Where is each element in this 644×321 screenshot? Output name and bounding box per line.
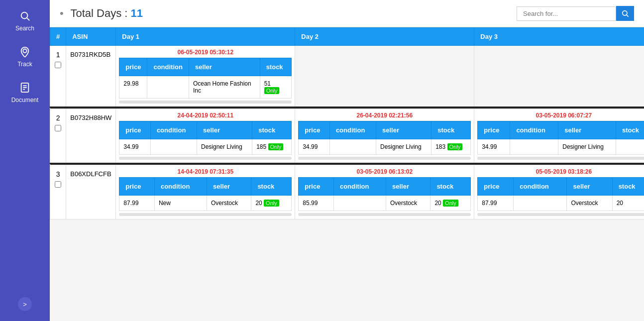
inner-table: priceconditionsellerstock34.99Designer L…: [298, 121, 471, 155]
search-icon: [18, 9, 32, 23]
inner-col-condition: condition: [329, 121, 376, 139]
cell-stock: 20 Only: [430, 196, 471, 211]
sidebar-track-label: Track: [17, 61, 32, 68]
cell-price: 34.99: [119, 139, 151, 155]
inner-col-stock: stock: [260, 58, 292, 76]
stock-only-badge: Only: [447, 143, 463, 150]
col-header-day3: Day 3: [474, 28, 644, 46]
row-number: 2: [50, 109, 66, 164]
cell-stock: 183 Only: [431, 139, 471, 155]
row-day-3: 05-05-2019 03:18:26priceconditionsellers…: [474, 165, 644, 219]
table-row: 3B06XDLFCFB14-04-2019 07:31:35pricecondi…: [50, 165, 644, 219]
row-day-3: [474, 46, 644, 107]
day-timestamp: 06-05-2019 05:30:12: [119, 49, 292, 56]
sidebar-item-search[interactable]: Search: [0, 5, 50, 36]
cell-stock: 185 Only: [252, 139, 292, 155]
cell-condition: [147, 76, 189, 99]
cell-seller: Designer Living: [197, 139, 252, 155]
cell-stock: 20: [612, 196, 644, 211]
inner-table: priceconditionsellerstock29.98Ocean Home…: [119, 58, 292, 99]
cell-price: 29.98: [119, 76, 147, 99]
table-row: 1B0731RKD5B06-05-2019 05:30:12pricecondi…: [50, 46, 644, 107]
inner-col-seller: seller: [207, 178, 251, 196]
col-header-hash: #: [50, 28, 66, 46]
day-timestamp: 14-04-2019 07:31:35: [119, 168, 292, 175]
inner-col-price: price: [478, 121, 510, 139]
table-area: # ASIN Day 1 Day 2 Day 3 1B0731RKD5B06-0…: [50, 27, 644, 321]
table-header-row: # ASIN Day 1 Day 2 Day 3: [50, 28, 644, 46]
row-day-1: 14-04-2019 07:31:35priceconditionsellers…: [116, 165, 295, 219]
sidebar-search-label: Search: [15, 25, 34, 32]
sidebar-item-track[interactable]: Track: [0, 41, 50, 72]
day-timestamp: 03-05-2019 06:07:27: [477, 112, 644, 119]
svg-line-1: [27, 18, 29, 20]
day-timestamp: 26-04-2019 02:21:56: [298, 112, 471, 119]
inner-col-seller: seller: [189, 58, 260, 76]
cell-stock: 20 Only: [251, 196, 292, 211]
inner-col-price: price: [299, 178, 334, 196]
row-num-value: 2: [54, 114, 62, 122]
cell-condition: [150, 139, 197, 155]
row-asin: B06XDLFCFB: [66, 165, 116, 219]
stock-only-badge: Only: [268, 143, 284, 150]
search-btn-icon: [621, 9, 629, 17]
inner-table: priceconditionsellerstock87.99Overstock2…: [477, 177, 644, 211]
cell-seller: Ocean Home Fashion Inc: [189, 76, 260, 99]
row-day-2: [295, 46, 474, 107]
track-icon: [18, 45, 32, 59]
inner-col-seller: seller: [376, 121, 431, 139]
inner-col-price: price: [478, 178, 514, 196]
cell-price: 34.99: [478, 139, 510, 155]
cell-seller: Designer Living: [376, 139, 431, 155]
row-checkbox[interactable]: [55, 181, 61, 188]
inner-col-seller: seller: [197, 121, 252, 139]
stock-only-badge: Only: [264, 87, 280, 94]
row-day-3: 03-05-2019 06:07:27priceconditionsellers…: [474, 109, 644, 164]
cell-price: 34.99: [299, 139, 330, 155]
row-number: 3: [50, 165, 66, 219]
cell-seller: Designer Living: [558, 139, 616, 155]
row-checkbox[interactable]: [55, 62, 61, 68]
cell-stock: 51 Only: [260, 76, 292, 99]
stock-only-badge: Only: [443, 200, 458, 207]
svg-point-0: [21, 12, 28, 19]
row-day-1: 06-05-2019 05:30:12priceconditionsellers…: [116, 46, 295, 107]
search-container: [517, 6, 634, 21]
inner-col-seller: seller: [386, 178, 430, 196]
inner-col-price: price: [119, 121, 151, 139]
row-asin: B0731RKD5B: [66, 46, 116, 107]
inner-col-stock: stock: [252, 121, 292, 139]
inner-col-condition: condition: [333, 178, 386, 196]
cell-condition: [333, 196, 386, 211]
sidebar-document-label: Document: [11, 97, 39, 104]
sidebar-item-document[interactable]: Document: [0, 77, 50, 107]
cell-condition: New: [154, 196, 207, 211]
header: • Total Days : 11: [50, 0, 644, 27]
inner-table: priceconditionsellerstock34.99Designer L…: [477, 121, 644, 155]
total-days-value: 11: [130, 7, 142, 19]
inner-col-stock: stock: [431, 121, 471, 139]
inner-col-condition: condition: [510, 121, 558, 139]
table-row: 2B0732H88HW24-04-2019 02:50:11pricecondi…: [50, 109, 644, 164]
inner-col-stock: stock: [430, 178, 471, 196]
search-button[interactable]: [616, 6, 634, 21]
inner-col-price: price: [119, 58, 147, 76]
cell-stock: [616, 139, 644, 155]
inner-table: priceconditionsellerstock34.99Designer L…: [119, 121, 292, 155]
main-table: # ASIN Day 1 Day 2 Day 3 1B0731RKD5B06-0…: [50, 27, 644, 219]
svg-line-8: [627, 15, 629, 17]
cell-price: 87.99: [478, 196, 514, 211]
total-days-label: Total Days :: [70, 7, 127, 19]
search-input[interactable]: [517, 6, 616, 21]
cell-seller: Overstock: [207, 196, 251, 211]
inner-col-stock: stock: [612, 178, 644, 196]
page-title: • Total Days : 11: [60, 7, 143, 20]
row-asin: B0732H88HW: [66, 109, 116, 164]
row-day-2: 26-04-2019 02:21:56priceconditionsellers…: [295, 109, 474, 164]
main-content: • Total Days : 11 # ASIN Day 1 Day 2: [50, 0, 644, 321]
document-icon: [18, 81, 32, 95]
sidebar-toggle-button[interactable]: >: [18, 297, 32, 311]
inner-table: priceconditionsellerstock85.99Overstock2…: [298, 177, 471, 211]
inner-col-condition: condition: [147, 58, 189, 76]
row-checkbox[interactable]: [55, 125, 61, 131]
